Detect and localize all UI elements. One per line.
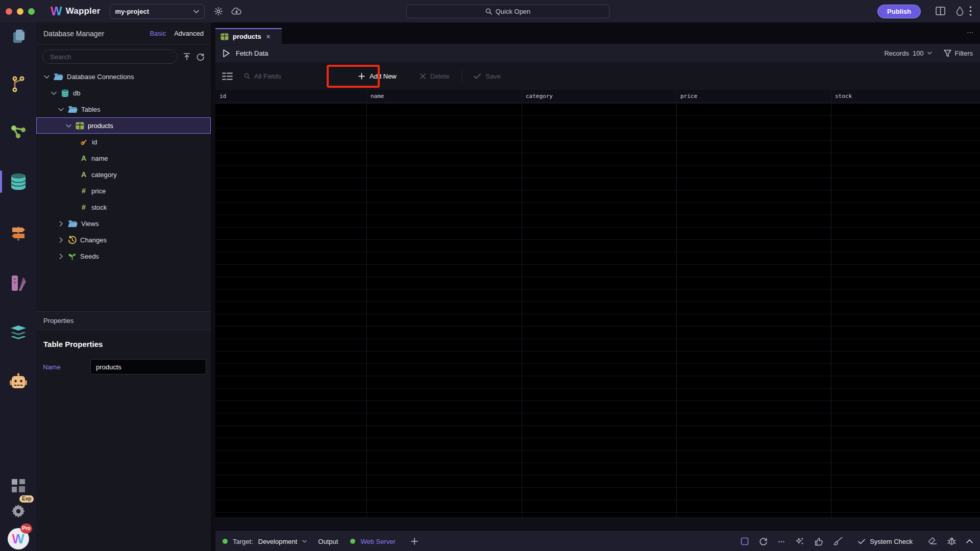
project-name: my-project	[115, 8, 149, 15]
chevron-right-icon[interactable]	[57, 221, 64, 227]
web-server-button[interactable]: Web Server	[360, 538, 395, 545]
rail-item-database[interactable]	[0, 169, 36, 194]
chevron-down-icon[interactable]	[50, 91, 57, 95]
delete-button[interactable]: Delete	[420, 72, 450, 80]
chevron-down-icon[interactable]	[43, 75, 50, 79]
table-properties-title: Table Properties	[43, 340, 103, 348]
tree-item-price[interactable]: # price	[36, 183, 211, 199]
chevron-down-icon[interactable]	[927, 52, 932, 55]
publish-button[interactable]: Publish	[877, 5, 921, 18]
tree-item-stock[interactable]: # stock	[36, 199, 211, 215]
chevron-right-icon[interactable]	[57, 254, 64, 259]
close-window-button[interactable]	[6, 8, 12, 15]
database-icon	[9, 172, 28, 191]
tree-item-db[interactable]: db	[36, 85, 211, 101]
tree-item-database-connections[interactable]: Database Connections	[36, 68, 211, 85]
save-button[interactable]: Save	[474, 72, 501, 80]
split-view-icon[interactable]	[936, 7, 945, 15]
tree-label: id	[92, 138, 97, 146]
chevron-down-icon[interactable]	[57, 108, 64, 111]
status-bar-right: ⋯ System Check	[741, 537, 973, 546]
layers-icon	[9, 324, 28, 341]
column-header-price[interactable]: price	[680, 93, 697, 99]
tree-item-id[interactable]: id	[36, 134, 211, 150]
add-target-plus-icon[interactable]	[411, 538, 418, 545]
rail-item-ai[interactable]	[0, 369, 36, 394]
system-check-button[interactable]: System Check	[858, 538, 913, 545]
paintbrush-icon[interactable]	[834, 537, 843, 546]
theme-droplet-icon[interactable]	[956, 6, 964, 16]
collapse-up-icon[interactable]	[183, 53, 191, 61]
fetch-data-button[interactable]: Fetch Data	[236, 49, 268, 57]
more-options-icon[interactable]: ⋯	[778, 538, 785, 545]
search-input[interactable]	[42, 49, 178, 64]
all-fields-search-input[interactable]	[254, 72, 326, 80]
system-check-label: System Check	[870, 538, 913, 545]
rail-item-layers[interactable]	[0, 320, 36, 345]
tab-basic[interactable]: Basic	[150, 30, 166, 37]
data-grid-body[interactable]	[215, 103, 980, 517]
bug-icon[interactable]	[947, 537, 956, 546]
add-new-button[interactable]: Add New	[358, 72, 397, 80]
settings-gear-icon[interactable]	[214, 7, 223, 16]
chevron-down-icon[interactable]	[65, 124, 72, 128]
chevron-up-icon[interactable]	[966, 539, 973, 543]
column-header-name[interactable]: name	[371, 93, 384, 99]
rail-item-routing[interactable]	[0, 221, 36, 245]
refresh-icon[interactable]	[759, 537, 768, 546]
tree-item-name[interactable]: A name	[36, 150, 211, 166]
sparkles-icon[interactable]	[795, 537, 804, 546]
thumbs-up-icon[interactable]	[815, 537, 823, 546]
number-field-icon: #	[80, 203, 88, 211]
rail-item-wappler-account[interactable]: W Pro	[0, 525, 36, 551]
target-value[interactable]: Development	[258, 538, 298, 545]
properties-section-header: Properties	[36, 311, 211, 330]
tree-item-changes[interactable]: Changes	[36, 232, 211, 248]
play-icon[interactable]	[223, 49, 230, 58]
tree-item-views[interactable]: Views	[36, 215, 211, 232]
row-density-icon[interactable]	[222, 72, 233, 81]
rail-item-connections[interactable]	[0, 119, 36, 144]
kebab-menu-icon[interactable]	[969, 6, 972, 16]
cloud-sync-icon[interactable]	[231, 7, 242, 15]
column-header-id[interactable]: id	[219, 93, 226, 99]
output-button[interactable]: Output	[318, 538, 338, 545]
project-selector[interactable]: my-project	[110, 4, 205, 19]
filters-button[interactable]: Filters	[955, 49, 973, 57]
properties-label: Properties	[43, 317, 74, 324]
tree-item-seeds[interactable]: Seeds	[36, 248, 211, 264]
tab-products[interactable]: products ×	[215, 28, 282, 44]
column-header-category[interactable]: category	[526, 93, 553, 99]
status-bar: Target: Development Output Web Server ⋯	[215, 532, 980, 551]
chevron-down-icon[interactable]	[302, 540, 307, 543]
rail-item-experimental[interactable]: Exp	[0, 498, 36, 523]
tree-label: category	[91, 171, 117, 179]
table-name-input[interactable]	[90, 359, 206, 374]
chevron-right-icon[interactable]	[57, 237, 64, 243]
tree-item-products[interactable]: products	[36, 117, 211, 134]
tree-label: Views	[81, 220, 99, 228]
git-branch-icon	[10, 76, 27, 93]
column-header-stock[interactable]: stock	[835, 93, 852, 99]
filter-funnel-icon[interactable]	[944, 49, 951, 57]
quick-open-button[interactable]: Quick Open	[406, 5, 609, 18]
rail-item-design[interactable]	[0, 271, 36, 295]
editor-tab-bar: products × ⋯	[215, 22, 980, 44]
tab-advanced[interactable]: Advanced	[174, 30, 204, 37]
active-rail-indicator	[0, 170, 2, 193]
tree-item-tables[interactable]: Tables	[36, 101, 211, 117]
eraser-icon[interactable]	[928, 537, 937, 545]
refresh-icon[interactable]	[196, 53, 205, 61]
maximize-window-button[interactable]	[28, 8, 35, 15]
selection-square-icon[interactable]	[741, 537, 749, 545]
minimize-window-button[interactable]	[17, 8, 23, 15]
records-value[interactable]: 100	[913, 49, 924, 57]
rail-item-git[interactable]	[0, 72, 36, 96]
tab-overflow-icon[interactable]: ⋯	[967, 28, 975, 36]
fetch-data-row: Fetch Data Records 100 Filters	[215, 44, 980, 62]
primary-key-icon	[80, 138, 88, 146]
tree-item-category[interactable]: A category	[36, 166, 211, 183]
close-tab-icon[interactable]: ×	[266, 33, 271, 40]
rail-item-pages[interactable]	[0, 26, 36, 50]
rail-item-extensions[interactable]	[0, 473, 36, 498]
